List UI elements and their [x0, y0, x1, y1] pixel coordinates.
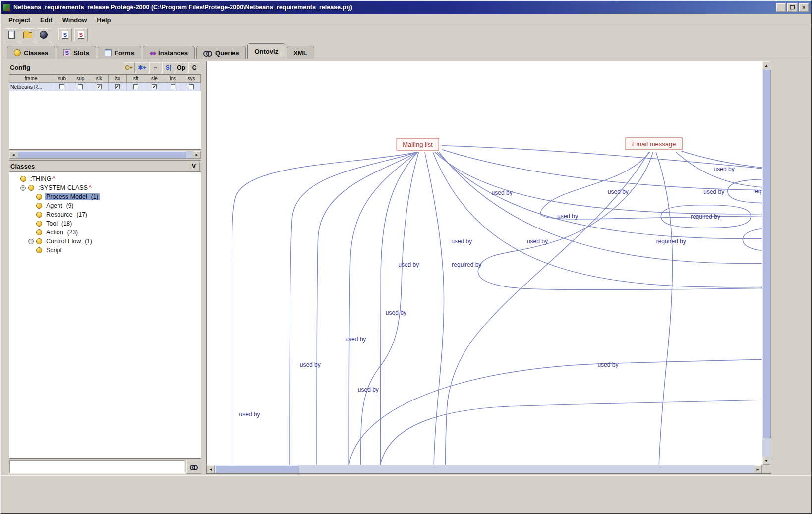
graph-hscroll-thumb[interactable] [215, 465, 299, 473]
config-checkbox-sub[interactable] [59, 84, 64, 89]
graph-edge [425, 152, 444, 465]
graph-vscroll-track[interactable] [762, 69, 771, 457]
config-hscrollbar[interactable]: ◄ ► [9, 151, 201, 159]
classes-view-button[interactable]: V [188, 162, 200, 171]
edge-label: used by [239, 411, 260, 418]
edge-label: used by [608, 188, 629, 195]
op-config-button[interactable]: Op [175, 62, 187, 73]
edge-label: used by [557, 213, 578, 220]
class-search-input[interactable] [9, 460, 185, 474]
edge-label: used by [398, 261, 419, 268]
config-col-sft: sft [127, 75, 145, 82]
tab-ontoviz[interactable]: Ontoviz [247, 43, 285, 59]
tree-item-script[interactable]: Script [10, 246, 200, 255]
tab-bar: ClassesSlotsFormsInstancesQueriesOntoviz… [1, 43, 811, 59]
scroll-right-icon[interactable]: ► [193, 151, 201, 158]
tree-item-thing[interactable]: :THINGA [10, 174, 200, 183]
tab-forms[interactable]: Forms [98, 46, 141, 59]
maximize-button[interactable]: ❐ [787, 3, 798, 12]
menu-project[interactable]: Project [4, 15, 35, 25]
minimize-button[interactable]: _ [776, 3, 786, 12]
classes-header: Classes V [9, 160, 201, 172]
archive-blue-icon-button[interactable]: S [58, 28, 72, 41]
edge-label: required by [656, 238, 686, 245]
graph-node-email-message[interactable]: Email message [626, 137, 683, 150]
create-star-config-icon[interactable]: ✱+ [136, 62, 148, 73]
tree-item-control-flow[interactable]: +Control Flow(1) [10, 237, 200, 246]
tree-item-process-model[interactable]: Process Model(1) [10, 192, 200, 201]
tree-item-tool[interactable]: Tool(18) [10, 219, 200, 228]
open-project-icon-button[interactable] [21, 28, 34, 41]
panel-splitter[interactable] [201, 61, 206, 474]
save-project-icon [40, 31, 48, 39]
tree-item-agent[interactable]: Agent(9) [10, 201, 200, 210]
config-table: framesubsupslkisxsftsleinssysNetbeans R.… [9, 74, 201, 150]
menu-window[interactable]: Window [58, 15, 92, 25]
graph-edge [361, 152, 419, 465]
create-class-config-icon[interactable]: C+ [123, 62, 135, 73]
instances-icon [150, 50, 155, 56]
classes-icon [14, 49, 21, 56]
search-row [9, 460, 201, 474]
config-checkbox-sle[interactable]: ✔ [152, 84, 157, 89]
config-table-header: framesubsupslkisxsftsleinssys [9, 75, 201, 83]
search-button[interactable] [186, 460, 201, 474]
config-checkbox-sft[interactable] [133, 84, 138, 89]
tab-queries[interactable]: Queries [196, 46, 246, 59]
graph-vscrollbar[interactable]: ▲ ▼ [762, 61, 771, 465]
graph-node-mailing-list[interactable]: Mailing list [396, 138, 439, 150]
class-icon [36, 212, 42, 218]
scroll-left-icon[interactable]: ◄ [9, 151, 17, 158]
config-checkbox-ins[interactable] [171, 84, 175, 89]
archive-red-icon-button[interactable]: S [74, 28, 88, 41]
tree-item-system-class[interactable]: +:SYSTEM-CLASSA [10, 183, 200, 192]
expander-icon[interactable]: + [28, 239, 34, 244]
c-config-button[interactable]: C [188, 62, 200, 73]
abstract-badge: A [89, 184, 92, 189]
left-panel: Config C+✱+−S|OpC framesubsupslkisxsftsl… [9, 61, 201, 474]
edge-label: required by [753, 188, 762, 195]
config-hscroll-track[interactable] [17, 151, 193, 158]
scroll-down-icon[interactable]: ▼ [762, 457, 770, 465]
scroll-left-icon[interactable]: ◄ [207, 465, 215, 473]
edge-label: used by [714, 166, 735, 172]
config-col-sup: sup [71, 75, 90, 82]
menu-help[interactable]: Help [92, 15, 115, 25]
config-checkbox-sys[interactable] [189, 84, 194, 89]
expander-icon[interactable]: + [20, 185, 26, 191]
save-project-icon-button[interactable] [37, 28, 50, 41]
config-title: Config [10, 64, 30, 71]
binoculars-icon [190, 465, 198, 469]
tab-xml[interactable]: XML [287, 46, 314, 59]
menu-edit[interactable]: Edit [36, 15, 57, 25]
graph-hscrollbar[interactable]: ◄ ► [207, 465, 762, 473]
config-checkbox-isx[interactable]: ✔ [115, 84, 120, 89]
class-icon [36, 229, 42, 235]
config-checkbox-slk[interactable]: ✔ [97, 84, 102, 89]
graph-edge [349, 359, 762, 465]
graph-edge [290, 152, 418, 465]
config-checkbox-sup[interactable] [78, 84, 83, 89]
tab-classes[interactable]: Classes [7, 46, 55, 59]
scroll-right-icon[interactable]: ► [754, 465, 762, 473]
class-icon [20, 176, 26, 182]
queries-icon [203, 51, 212, 55]
tab-instances[interactable]: Instances [143, 46, 195, 59]
close-button[interactable]: × [799, 3, 809, 12]
slot-config-icon[interactable]: S| [162, 62, 174, 73]
graph-edge [541, 152, 762, 219]
graph-edge [317, 152, 418, 465]
graph-hscroll-track[interactable] [215, 465, 754, 473]
scroll-up-icon[interactable]: ▲ [762, 61, 770, 69]
class-icon [36, 238, 42, 244]
config-table-row[interactable]: Netbeans R...✔✔✔ [9, 83, 201, 91]
graph-edges [207, 61, 762, 465]
tree-item-resource[interactable]: Resource(17) [10, 210, 200, 219]
config-hscroll-thumb[interactable] [18, 151, 186, 158]
toolbar: SS [1, 26, 811, 43]
remove-config-icon[interactable]: − [149, 62, 161, 73]
graph-vscroll-thumb[interactable] [762, 70, 771, 438]
new-project-icon-button[interactable] [5, 28, 18, 41]
tree-item-action[interactable]: Action(23) [10, 228, 200, 237]
tab-slots[interactable]: Slots [57, 46, 96, 59]
